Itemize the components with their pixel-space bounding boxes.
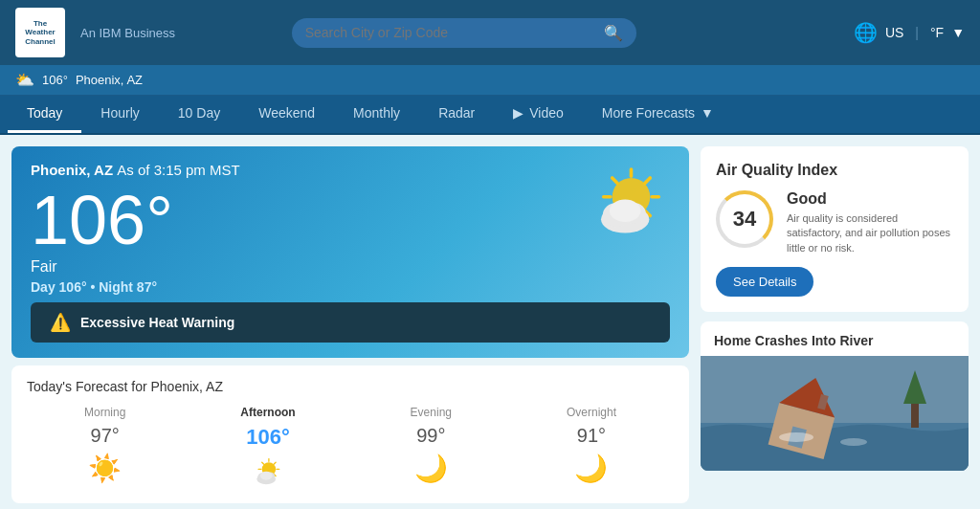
- morning-temp: 97°: [91, 425, 120, 447]
- aqi-content: 34 Good Air quality is considered satisf…: [716, 190, 953, 255]
- news-image-illustration: [701, 356, 969, 471]
- nav-item-today[interactable]: Today: [8, 96, 81, 133]
- search-bar[interactable]: 🔍: [292, 18, 636, 48]
- weather-location: Phoenix, AZ As of 3:15 pm MST: [31, 162, 670, 178]
- morning-label: Morning: [84, 406, 125, 419]
- svg-line-7: [645, 178, 650, 183]
- evening-temp: 99°: [416, 425, 445, 447]
- nav-item-hourly[interactable]: Hourly: [81, 96, 158, 133]
- news-image: [701, 356, 969, 471]
- forecast-evening: Evening 99° 🌙: [411, 406, 452, 490]
- warning-text: Excessive Heat Warning: [80, 315, 234, 330]
- warning-bar: ⚠️ Excessive Heat Warning: [31, 302, 670, 343]
- svg-point-35: [840, 438, 867, 446]
- location-temp: 106°: [42, 73, 68, 87]
- svg-line-20: [274, 462, 276, 464]
- forecast-afternoon: Afternoon 106°: [240, 406, 295, 490]
- overnight-icon: 🌙: [574, 453, 608, 484]
- morning-icon: ☀️: [88, 453, 122, 484]
- forecast-title: Today's Forecast for Phoenix, AZ: [27, 379, 674, 394]
- ibm-label: An IBM Business: [80, 26, 175, 40]
- aqi-value: 34: [733, 207, 756, 232]
- aqi-description: Air quality is considered satisfactory, …: [787, 211, 953, 255]
- logo-text: The Weather Channel: [25, 19, 56, 47]
- aqi-circle: 34: [716, 190, 773, 248]
- search-icon: 🔍: [604, 24, 623, 42]
- svg-point-34: [779, 432, 813, 442]
- nav-item-more[interactable]: More Forecasts ▼: [583, 96, 733, 133]
- weather-icon-large: [584, 161, 670, 247]
- logo[interactable]: The Weather Channel: [15, 8, 65, 57]
- region-label[interactable]: US: [885, 25, 903, 40]
- more-forecasts-chevron-icon: ▼: [701, 105, 714, 121]
- header: The Weather Channel An IBM Business 🔍 🌐 …: [0, 0, 980, 65]
- evening-icon: 🌙: [414, 453, 448, 484]
- overnight-temp: 91°: [577, 425, 606, 447]
- current-weather-card: Phoenix, AZ As of 3:15 pm MST 106° Fair …: [11, 146, 689, 358]
- forecast-morning: Morning 97° ☀️: [84, 406, 125, 490]
- aqi-card: Air Quality Index 34 Good Air quality is…: [701, 146, 969, 312]
- svg-line-5: [612, 178, 617, 183]
- forecast-overnight: Overnight 91° 🌙: [567, 406, 616, 490]
- main-nav: Today Hourly 10 Day Weekend Monthly Rada…: [0, 96, 980, 135]
- unit-label[interactable]: °F: [930, 25, 944, 40]
- evening-label: Evening: [411, 406, 452, 419]
- location-weather-icon: ⛅: [15, 71, 34, 89]
- afternoon-temp: 106°: [246, 425, 290, 450]
- forecast-card: Today's Forecast for Phoenix, AZ Morning…: [11, 365, 689, 503]
- right-panel: Air Quality Index 34 Good Air quality is…: [701, 146, 969, 494]
- warning-icon: ⚠️: [50, 312, 71, 333]
- weather-as-of: As of 3:15 pm MST: [117, 162, 239, 178]
- svg-point-25: [260, 472, 273, 480]
- search-input[interactable]: [305, 25, 596, 40]
- location-bar: ⛅ 106° Phoenix, AZ: [0, 65, 980, 96]
- nav-item-10day[interactable]: 10 Day: [159, 96, 239, 133]
- overnight-label: Overnight: [567, 406, 616, 419]
- globe-icon: 🌐: [854, 21, 878, 44]
- forecast-times: Morning 97° ☀️ Afternoon 106°: [27, 406, 674, 490]
- nav-item-radar[interactable]: Radar: [419, 96, 494, 133]
- news-card[interactable]: Home Crashes Into River: [701, 321, 969, 471]
- play-icon: ▶: [513, 105, 523, 121]
- day-night-temps: Day 106° • Night 87°: [31, 279, 670, 295]
- news-title: Home Crashes Into River: [701, 321, 969, 356]
- nav-item-video[interactable]: ▶ Video: [494, 96, 583, 133]
- see-details-button[interactable]: See Details: [716, 267, 813, 297]
- nav-item-weekend[interactable]: Weekend: [239, 96, 334, 133]
- left-panel: Phoenix, AZ As of 3:15 pm MST 106° Fair …: [11, 146, 689, 494]
- aqi-info: Good Air quality is considered satisfact…: [787, 190, 953, 255]
- svg-line-18: [262, 462, 264, 464]
- aqi-title: Air Quality Index: [716, 162, 953, 179]
- afternoon-label: Afternoon: [240, 406, 295, 419]
- nav-item-monthly[interactable]: Monthly: [334, 96, 419, 133]
- location-city: Phoenix, AZ: [76, 73, 143, 87]
- unit-dropdown-icon[interactable]: ▼: [951, 25, 965, 40]
- weather-condition: Fair: [31, 258, 670, 276]
- header-right: 🌐 US | °F ▼: [854, 21, 965, 44]
- main-content: Phoenix, AZ As of 3:15 pm MST 106° Fair …: [0, 135, 980, 505]
- svg-point-12: [610, 200, 640, 222]
- aqi-status: Good: [787, 190, 953, 208]
- current-temp: 106°: [31, 186, 670, 254]
- afternoon-icon: [251, 455, 285, 490]
